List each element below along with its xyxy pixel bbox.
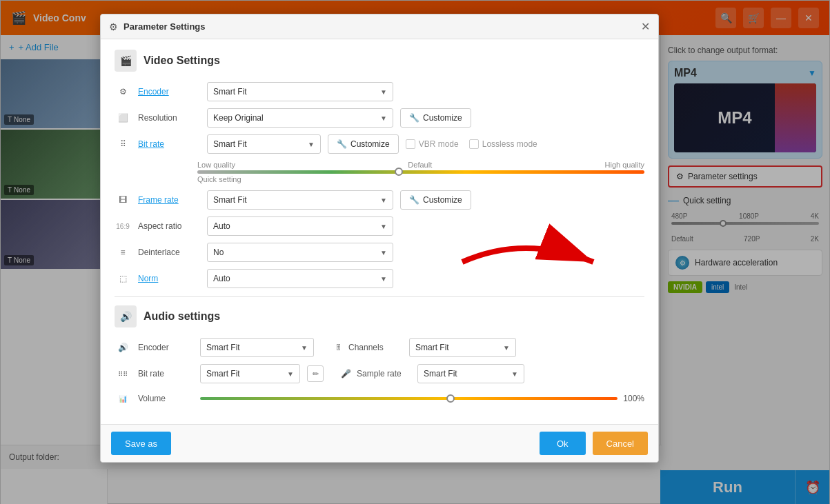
audio-settings-header: 🔊 Audio settings	[115, 305, 644, 327]
customize-icon: 🔧	[409, 113, 419, 123]
vbr-mode-checkbox[interactable]: VBR mode	[406, 139, 459, 149]
audio-bitrate-edit-button[interactable]: ✏	[307, 365, 324, 382]
audio-bitrate-label: Bit rate	[138, 369, 193, 379]
dialog-title: Parameter Settings	[123, 21, 206, 32]
audio-encoder-icon: 🔊	[115, 339, 131, 356]
resolution-label: Resolution	[138, 113, 200, 123]
audio-settings-title: Audio settings	[144, 310, 220, 323]
volume-track[interactable]	[200, 397, 617, 400]
lossless-mode-checkbox[interactable]: Lossless mode	[469, 139, 537, 149]
volume-slider-container: 100%	[200, 394, 644, 403]
aspect-label: Aspect ratio	[138, 221, 200, 231]
bitrate-customize-icon: 🔧	[337, 139, 347, 149]
deinterlace-select[interactable]: No ▼	[207, 243, 393, 262]
sample-rate-group: 🎤 Sample rate Smart Fit ▼	[341, 364, 524, 383]
norm-label[interactable]: Norm	[138, 274, 200, 283]
channels-group: 🎚 Channels Smart Fit ▼	[335, 338, 516, 357]
resolution-icon: ⬜	[115, 110, 131, 126]
volume-slider-thumb[interactable]	[446, 394, 455, 403]
bitrate-options: VBR mode Lossless mode	[406, 139, 537, 149]
vbr-checkbox-box[interactable]	[406, 139, 415, 149]
bitrate-icon: ⠿	[115, 136, 131, 152]
save-as-button[interactable]: Save as	[111, 432, 171, 455]
audio-settings-icon: 🔊	[115, 305, 137, 327]
channels-icon: 🎚	[335, 343, 343, 352]
sample-rate-label: Sample rate	[357, 369, 412, 379]
encoder-select-chevron: ▼	[380, 88, 387, 96]
parameter-settings-dialog: ⚙ Parameter Settings ✕ 🎬 Video Settings …	[100, 14, 659, 463]
video-settings-title: Video Settings	[144, 54, 220, 67]
audio-encoder-label: Encoder	[138, 343, 193, 352]
encoder-icon: ⚙	[115, 83, 131, 100]
quality-slider-row: Low quality Default High quality Quick s…	[115, 161, 644, 183]
volume-value: 100%	[623, 394, 644, 403]
bitrate-select[interactable]: Smart Fit ▼	[207, 134, 321, 154]
framerate-icon: 🎞	[115, 192, 131, 208]
frame-rate-row: 🎞 Frame rate Smart Fit ▼ 🔧 Customize	[115, 190, 644, 210]
section-divider	[115, 296, 644, 297]
bitrate-chevron: ▼	[308, 141, 315, 148]
sample-rate-chevron: ▼	[511, 370, 518, 378]
audio-bitrate-row: ⠿⠿ Bit rate Smart Fit ▼ ✏ 🎤 Sample rate …	[115, 364, 644, 383]
quality-slider-labels: Low quality Default High quality	[197, 161, 644, 169]
norm-row: ⬚ Norm Auto ▼	[115, 269, 644, 288]
video-settings-icon: 🎬	[115, 50, 137, 72]
encoder-label[interactable]: Encoder	[138, 87, 200, 97]
quality-slider-thumb[interactable]	[395, 168, 403, 176]
resolution-row: ⬜ Resolution Keep Original ▼ 🔧 Customize	[115, 108, 644, 128]
audio-encoder-chevron: ▼	[301, 344, 308, 352]
bitrate-customize-button[interactable]: 🔧 Customize	[328, 134, 399, 154]
volume-row: 📊 Volume 100%	[115, 390, 644, 407]
dialog-title-icon: ⚙	[109, 21, 118, 32]
lossless-checkbox-box[interactable]	[469, 139, 479, 149]
volume-icon: 📊	[115, 390, 131, 407]
dialog-titlebar: ⚙ Parameter Settings ✕	[101, 14, 658, 39]
framerate-label[interactable]: Frame rate	[138, 195, 200, 205]
cancel-button[interactable]: Cancel	[593, 432, 648, 455]
norm-select[interactable]: Auto ▼	[207, 269, 393, 288]
encoder-select[interactable]: Smart Fit ▼	[207, 82, 393, 101]
deinterlace-label: Deinterlace	[138, 248, 200, 257]
bit-rate-row: ⠿ Bit rate Smart Fit ▼ 🔧 Customize VBR m…	[115, 134, 644, 154]
deinterlace-row: ≡ Deinterlace No ▼	[115, 243, 644, 262]
dialog-close-button[interactable]: ✕	[641, 20, 650, 33]
quick-setting-text-below: Quick setting	[197, 175, 644, 183]
audio-bitrate-icon: ⠿⠿	[115, 365, 131, 382]
norm-icon: ⬚	[115, 270, 131, 287]
bitrate-label[interactable]: Bit rate	[138, 139, 200, 149]
aspect-select[interactable]: Auto ▼	[207, 216, 393, 236]
deinterlace-icon: ≡	[115, 244, 131, 261]
encoder-row: ⚙ Encoder Smart Fit ▼	[115, 82, 644, 101]
framerate-customize-icon: 🔧	[409, 195, 419, 205]
audio-bitrate-chevron: ▼	[287, 370, 294, 378]
resolution-chevron: ▼	[380, 114, 387, 122]
framerate-chevron: ▼	[380, 196, 387, 204]
resolution-customize-button[interactable]: 🔧 Customize	[400, 108, 471, 128]
dialog-body: 🎬 Video Settings ⚙ Encoder Smart Fit ▼ ⬜…	[101, 39, 658, 424]
aspect-ratio-row: 16:9 Aspect ratio Auto ▼	[115, 216, 644, 236]
volume-label: Volume	[138, 394, 193, 403]
sample-rate-icon: 🎤	[341, 369, 351, 379]
ok-button[interactable]: Ok	[540, 432, 586, 455]
framerate-select[interactable]: Smart Fit ▼	[207, 190, 393, 210]
audio-bitrate-select[interactable]: Smart Fit ▼	[200, 364, 300, 383]
channels-chevron: ▼	[503, 344, 510, 352]
video-settings-header: 🎬 Video Settings	[115, 50, 644, 72]
audio-encoder-row: 🔊 Encoder Smart Fit ▼ 🎚 Channels Smart F…	[115, 338, 644, 357]
channels-label: Channels	[348, 343, 404, 352]
sample-rate-select[interactable]: Smart Fit ▼	[417, 364, 524, 383]
framerate-customize-button[interactable]: 🔧 Customize	[400, 190, 471, 210]
norm-chevron: ▼	[380, 275, 387, 283]
quality-slider-track[interactable]	[197, 170, 644, 174]
audio-encoder-select[interactable]: Smart Fit ▼	[200, 338, 314, 357]
resolution-select[interactable]: Keep Original ▼	[207, 108, 393, 128]
aspect-icon: 16:9	[115, 218, 131, 234]
dialog-footer: Save as Ok Cancel	[101, 424, 658, 462]
channels-select[interactable]: Smart Fit ▼	[409, 338, 516, 357]
aspect-chevron: ▼	[380, 223, 387, 230]
deinterlace-chevron: ▼	[380, 249, 387, 256]
